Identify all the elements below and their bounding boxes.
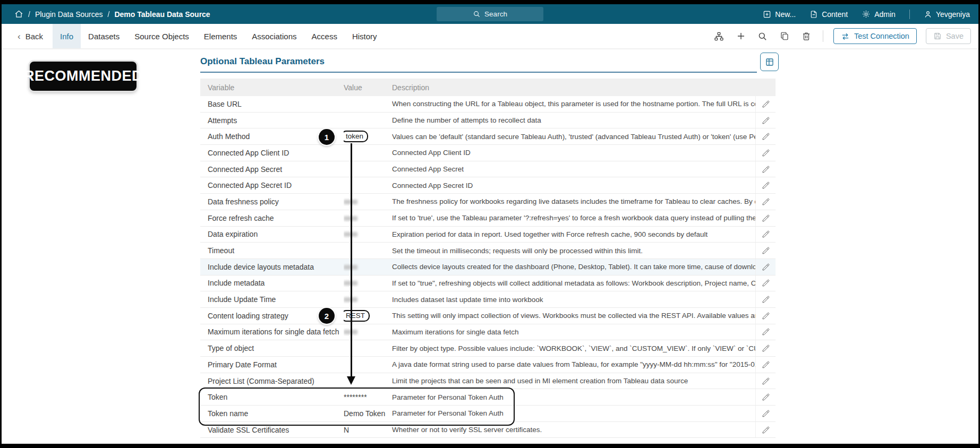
edit-pencil-icon[interactable] <box>762 279 770 287</box>
table-row: Maximum iterations for single data fetch… <box>200 324 776 341</box>
edit-pencil-icon[interactable] <box>762 100 770 108</box>
cell-actions <box>755 227 776 243</box>
tab-elements[interactable]: Elements <box>197 24 245 48</box>
parameters-table: Variable Value Description Base URL When… <box>200 79 776 438</box>
cell-description: Collects device layouts created for the … <box>392 263 755 271</box>
edit-pencil-icon[interactable] <box>762 426 770 434</box>
cell-description: Set the timeout in milliseconds; request… <box>392 247 755 255</box>
back-button[interactable]: ‹ Back <box>18 24 43 48</box>
highlighted-value-box: token <box>344 131 368 142</box>
tab-label: Elements <box>204 32 237 41</box>
swap-arrows-icon <box>841 32 850 41</box>
cell-actions <box>755 308 776 324</box>
cell-variable: Maximum iterations for single data fetch <box>200 328 344 336</box>
breadcrumb-item-plugin-data-sources[interactable]: Plugin Data Sources <box>35 10 103 19</box>
cell-actions <box>755 210 776 226</box>
cell-actions <box>755 357 776 373</box>
cell-actions <box>755 177 776 193</box>
table-view-button[interactable] <box>760 53 779 71</box>
new-button[interactable]: New... <box>763 10 796 19</box>
cell-actions <box>755 113 776 128</box>
column-header-description: Description <box>392 83 755 92</box>
cell-description: Parameter for Personal Token Auth <box>392 393 755 401</box>
cell-variable: Attempts <box>200 116 344 125</box>
search-placeholder: Search <box>484 10 507 18</box>
tab-datasets[interactable]: Datasets <box>81 24 127 48</box>
edit-pencil-icon[interactable] <box>762 246 770 255</box>
table-row: Content loading strategy REST This setti… <box>200 308 776 324</box>
cell-description: Values can be 'default' (standard secure… <box>392 133 755 141</box>
cell-value: Demo Token <box>344 409 392 418</box>
tab-source-objects[interactable]: Source Objects <box>127 24 197 48</box>
edit-pencil-icon[interactable] <box>762 165 770 174</box>
admin-button[interactable]: Admin <box>862 10 896 19</box>
top-navigation-bar: / Plugin Data Sources / Demo Tableau Dat… <box>2 4 978 24</box>
table-row: Primary Date Format A java date format s… <box>200 357 776 373</box>
edit-pencil-icon[interactable] <box>762 393 770 401</box>
edit-pencil-icon[interactable] <box>762 230 770 238</box>
cell-variable: Connected App Client ID <box>200 149 344 157</box>
tab-history[interactable]: History <box>345 24 385 48</box>
toolbar-divider <box>823 30 823 42</box>
annotation-arrow-head-icon <box>347 376 355 385</box>
edit-pencil-icon[interactable] <box>762 344 770 352</box>
cell-actions <box>755 324 776 340</box>
search-icon[interactable] <box>756 30 769 42</box>
save-button[interactable]: Save <box>926 28 971 44</box>
cell-variable: Include Update Time <box>200 295 344 304</box>
cell-variable: Primary Date Format <box>200 360 344 369</box>
person-icon <box>924 10 932 19</box>
cell-actions <box>755 161 776 177</box>
tabs: Info Datasets Source Objects Elements As… <box>53 24 385 48</box>
breadcrumb-separator: / <box>28 10 30 19</box>
cell-description: Connected App Client ID <box>392 149 755 157</box>
cell-variable: Force refresh cache <box>200 214 344 222</box>
test-connection-label: Test Connection <box>854 32 909 40</box>
edit-pencil-icon[interactable] <box>762 328 770 336</box>
user-menu[interactable]: Yevgeniya <box>924 10 970 19</box>
test-connection-button[interactable]: Test Connection <box>833 28 917 44</box>
edit-pencil-icon[interactable] <box>762 360 770 369</box>
tab-label: Info <box>60 32 73 41</box>
table-row: Data expiration Expiration period for da… <box>200 227 776 243</box>
table-row: Data freshness policy The freshness poli… <box>200 194 776 210</box>
edit-pencil-icon[interactable] <box>762 181 770 189</box>
edit-pencil-icon[interactable] <box>762 149 770 157</box>
edit-pencil-icon[interactable] <box>762 116 770 125</box>
edit-pencil-icon[interactable] <box>762 263 770 271</box>
table-row: Attempts Define the number of attempts t… <box>200 113 776 129</box>
table-row: Include device layouts metadata Collects… <box>200 259 776 275</box>
tab-label: Source Objects <box>134 32 189 41</box>
edit-pencil-icon[interactable] <box>762 312 770 320</box>
edit-pencil-icon[interactable] <box>762 409 770 418</box>
sitemap-icon[interactable] <box>713 30 726 42</box>
cell-actions <box>755 243 776 259</box>
search-input[interactable]: Search <box>437 7 543 21</box>
trash-icon[interactable] <box>800 30 813 42</box>
chevron-left-icon: ‹ <box>18 32 21 41</box>
table-row: Include metadata If set to "true", refre… <box>200 275 776 292</box>
content-button[interactable]: Content <box>809 10 848 19</box>
edit-pencil-icon[interactable] <box>762 197 770 206</box>
edit-pencil-icon[interactable] <box>762 214 770 222</box>
tab-associations[interactable]: Associations <box>244 24 304 48</box>
tab-info[interactable]: Info <box>53 24 81 48</box>
edit-pencil-icon[interactable] <box>762 295 770 304</box>
cell-variable: Base URL <box>200 100 344 108</box>
edit-pencil-icon[interactable] <box>762 132 770 141</box>
copy-icon[interactable] <box>778 30 791 42</box>
gear-icon <box>862 10 871 19</box>
section-title: Optional Tableau Parameters <box>200 56 757 67</box>
save-button-label: Save <box>946 32 964 40</box>
back-button-label: Back <box>25 32 43 41</box>
cell-variable: Validate SSL Certificates <box>200 426 344 434</box>
tab-access[interactable]: Access <box>304 24 345 48</box>
edit-pencil-icon[interactable] <box>762 377 770 385</box>
param-table-body: Base URL When constructing the URL for a… <box>200 96 776 438</box>
plus-icon[interactable] <box>735 30 747 42</box>
annotation-circle-1: 1 <box>319 129 335 145</box>
cell-actions <box>755 406 776 421</box>
home-icon[interactable] <box>14 10 23 19</box>
cell-actions <box>755 96 776 112</box>
cell-description: This setting will only impact collection… <box>392 312 755 320</box>
